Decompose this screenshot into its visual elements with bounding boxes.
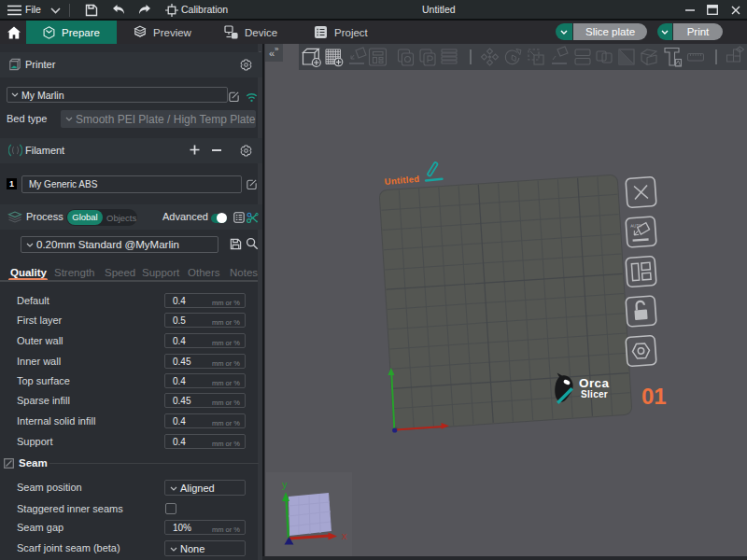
svg-text:»: » [275, 45, 279, 53]
svg-text:Untitled: Untitled [384, 174, 420, 187]
svg-text:AUTO: AUTO [630, 223, 642, 229]
svg-text:Orca: Orca [579, 376, 609, 390]
svg-text:x: x [342, 530, 347, 541]
svg-text:Slicer: Slicer [581, 389, 608, 399]
svg-text:01: 01 [641, 384, 667, 409]
svg-text:y: y [282, 479, 288, 490]
